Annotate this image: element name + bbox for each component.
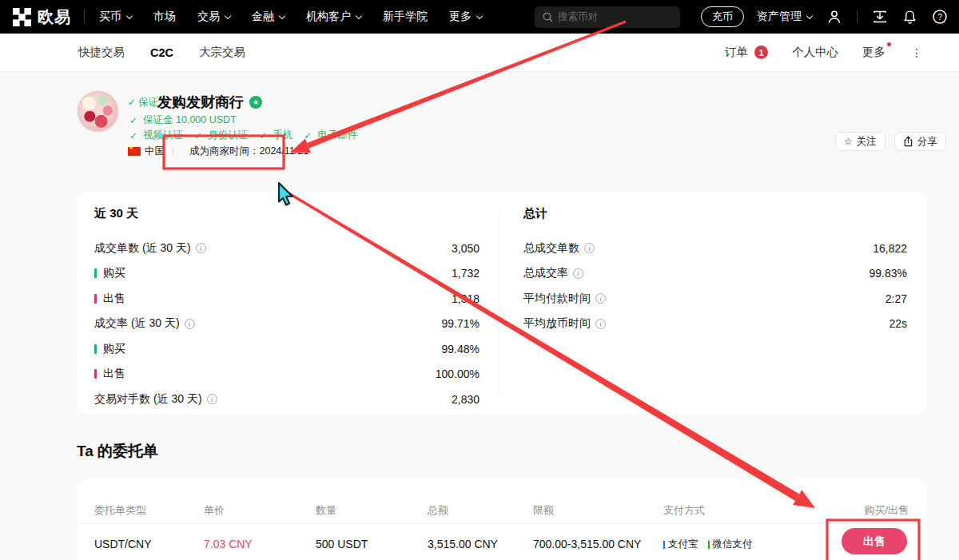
okx-logo-icon [13,8,31,26]
country-since-row: 中国 成为商家时间：2024/11/21 [128,145,308,158]
help-icon[interactable]: ? [932,9,948,25]
payment-alipay: 支付宝 [663,538,698,551]
payment-wechat: 微信支付 [708,538,753,551]
check-icon [304,130,314,141]
more-link[interactable]: 更多 [862,45,885,60]
deposit-guarantee-row: 保证金 10,000 USDT [129,113,237,127]
stat-row: 购买 99.48% [94,336,480,362]
cell-limit: 700.00-3,515.00 CNY [533,538,641,550]
tab-block-trading[interactable]: 大宗交易 [199,45,245,60]
chevron-down-icon [476,12,483,18]
nav-item-markets[interactable]: 市场 [153,10,176,24]
assets-menu[interactable]: 资产管理 [757,10,812,24]
merchant-name-row: 保证 发购发财商行 [128,93,262,112]
search-pair-box[interactable] [535,6,680,28]
stat-row: 平均放币时间 22s [523,312,907,337]
stat-row: 总成交率 99.83% [523,261,907,287]
orders-link[interactable]: 订单 1 [725,45,768,60]
country-label: 中国 [145,145,165,158]
nav-item-academy[interactable]: 新手学院 [383,10,428,24]
stats-title-total: 总计 [523,206,907,227]
check-icon [129,115,140,126]
check-icon [128,97,138,108]
col-header-payment: 支付方式 [663,503,705,518]
col-header-buy-sell: 购买/出售 [864,503,909,518]
info-icon[interactable] [595,293,606,304]
wechat-bar-icon [708,541,710,549]
col-header-order-type: 委托单类型 [94,503,146,518]
cell-amount: 500 USDT [316,538,368,550]
tab-express-trade[interactable]: 快捷交易 [78,45,125,60]
download-app-icon[interactable] [872,9,888,25]
alipay-bar-icon [663,541,665,549]
col-header-price: 单价 [204,503,225,518]
follow-button[interactable]: 关注 [835,132,885,151]
chevron-down-icon [279,12,285,18]
main-menu: 买币 市场 交易 金融 机构客户 新手学院 更多 [99,10,482,24]
stat-row: 总成交单数 16,822 [523,236,907,261]
stat-row: 交易对手数 (近 30 天) 2,830 [94,387,480,412]
nav-item-more[interactable]: 更多 [449,10,482,24]
guarantee-tag: 保证 [138,96,158,109]
sell-button[interactable]: 出售 [842,528,907,554]
stat-row: 购买 1,732 [94,261,480,287]
verification-video: 视频认证 [129,129,183,142]
sell-tick-icon [94,294,97,304]
stat-row: 平均付款时间 2:27 [523,286,907,312]
merchant-name: 发购发财商行 [157,93,244,112]
profile-actions: 关注 分享 [835,132,946,151]
chevron-down-icon [225,12,231,18]
divider [499,209,499,396]
share-icon [903,136,913,147]
verified-badge-icon [249,96,262,109]
cell-pair: USDT/CNY [94,538,152,550]
share-button[interactable]: 分享 [894,132,946,151]
info-icon[interactable] [207,394,217,404]
verification-row: 视频认证 身份认证 手机 电子邮件 [129,129,357,142]
divider [77,523,927,524]
stats-title-recent: 近 30 天 [94,206,480,227]
buy-tick-icon [94,268,97,278]
verification-email: 电子邮件 [304,129,357,142]
verification-identity: 身份认证 [194,129,248,142]
check-icon [194,130,205,141]
cell-price: 7.03 CNY [204,538,253,550]
chevron-down-icon [806,12,813,18]
deposit-button[interactable]: 充币 [701,6,744,27]
stat-row: 成交率 (近 30 天) 99.71% [94,312,480,337]
col-header-limit: 限额 [533,503,554,518]
tab-c2c[interactable]: C2C [150,46,173,59]
stats-total: 总计 总成交单数 16,822 总成交率 99.83% 平均付款时间 2:27 … [523,206,907,336]
profile-center-link[interactable]: 个人中心 [792,45,838,60]
svg-text:?: ? [937,13,942,22]
info-icon[interactable] [584,243,595,253]
stat-row: 出售 100.00% [94,362,480,387]
info-icon[interactable] [185,319,195,329]
nav-item-institutional[interactable]: 机构客户 [306,10,361,24]
col-header-amount: 数量 [316,503,336,518]
nav-item-finance[interactable]: 金融 [252,10,285,24]
nav-item-trade[interactable]: 交易 [197,10,230,24]
cell-total: 3,515.00 CNY [428,538,498,550]
notifications-bell-icon[interactable] [902,9,917,25]
okx-logo[interactable]: 欧易 [13,6,71,28]
check-icon [259,130,269,141]
verification-phone: 手机 [259,129,292,142]
search-icon [543,12,553,22]
info-icon[interactable] [196,243,206,253]
info-icon[interactable] [573,268,583,279]
china-flag-icon [128,147,141,156]
overflow-menu-icon[interactable] [911,46,922,59]
search-input[interactable] [558,11,662,22]
orders-section-title: Ta 的委托单 [77,441,158,462]
nav-item-buy-crypto[interactable]: 买币 [99,10,132,24]
cell-payments: 支付宝 微信支付 [663,538,753,551]
info-icon[interactable] [595,319,606,329]
brand-name: 欧易 [38,6,71,28]
stat-row: 出售 1,318 [94,286,480,312]
account-icon[interactable] [826,9,842,25]
divider [173,147,173,156]
divider [857,10,858,23]
notification-dot [887,42,891,46]
merchant-stats-card: 近 30 天 成交单数 (近 30 天) 3,050 购买 1,732 出售 1… [77,192,927,414]
